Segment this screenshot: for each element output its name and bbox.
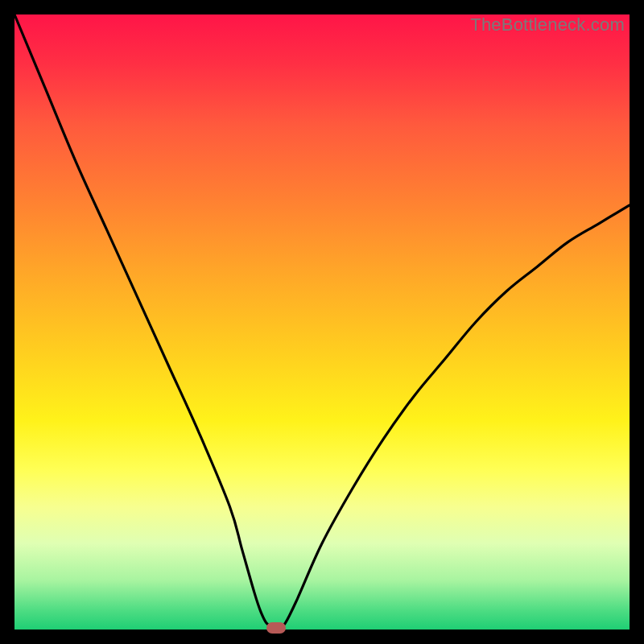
bottleneck-curve [14,14,630,630]
chart-frame: TheBottleneck.com [14,14,630,630]
optimal-point-marker [266,622,286,634]
